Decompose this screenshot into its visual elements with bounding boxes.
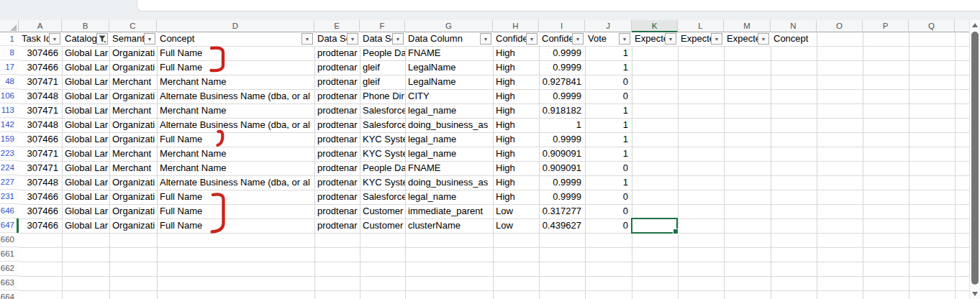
row-header-646[interactable]: 646 — [0, 204, 19, 218]
cell-G224[interactable]: FNAME — [405, 161, 493, 175]
cell-A17[interactable]: 307466 — [19, 60, 62, 75]
row-header-159[interactable]: 159 — [0, 132, 19, 147]
column-header-G[interactable]: G — [405, 20, 493, 32]
cell-B646[interactable]: Global Lar — [62, 204, 109, 218]
cell-B223[interactable]: Global Lar — [62, 147, 109, 161]
cell-J159[interactable]: 1 — [585, 132, 632, 147]
cell-E223[interactable]: prodtenar — [314, 147, 360, 161]
cell-I224[interactable]: 0.909091 — [539, 161, 585, 175]
scrollbar-thumb[interactable] — [971, 32, 979, 285]
column-header-A[interactable]: A — [19, 20, 62, 32]
cell-C48[interactable]: Merchant — [109, 75, 157, 89]
cell-E159[interactable]: prodtenar — [314, 132, 360, 147]
filter-button-G[interactable]: ▼ — [480, 33, 491, 45]
cell-F223[interactable]: KYC Syste — [360, 147, 405, 161]
cell-H8[interactable]: High — [493, 46, 539, 60]
table-header-E[interactable]: Data Sc▼ — [314, 32, 360, 46]
cell-B48[interactable]: Global Lar — [62, 75, 109, 89]
cell-G113[interactable]: legal_name — [405, 104, 493, 118]
cell-G231[interactable]: legal_name — [405, 190, 493, 204]
cell-D224[interactable]: Merchant Name — [157, 161, 314, 175]
table-header-L[interactable]: Expecte▼ — [678, 32, 724, 46]
cell-E646[interactable]: prodtenar — [314, 204, 360, 218]
cell-D48[interactable]: Merchant Name — [157, 75, 314, 89]
row-header-142[interactable]: 142 — [0, 118, 19, 132]
cell-F113[interactable]: Salesforce — [360, 104, 405, 118]
table-header-B[interactable]: Catalog — [62, 32, 109, 46]
cell-J231[interactable]: 0 — [585, 190, 632, 204]
cell-H142[interactable]: High — [493, 118, 539, 132]
cell-D231[interactable]: Full Name — [157, 190, 314, 204]
cell-G646[interactable]: immediate_parent — [405, 204, 493, 218]
cell-I8[interactable]: 0.9999 — [539, 46, 585, 60]
cell-A142[interactable]: 307448 — [19, 118, 62, 132]
cell-I223[interactable]: 0.909091 — [539, 147, 585, 161]
selected-cell-K647[interactable] — [631, 218, 678, 234]
cell-G647[interactable]: clusterName — [405, 218, 493, 233]
cell-J223[interactable]: 1 — [585, 147, 632, 161]
cell-I48[interactable]: 0.927841 — [539, 75, 585, 89]
cell-D106[interactable]: Alternate Business Name (dba, or al — [157, 89, 314, 104]
filter-button-L[interactable]: ▼ — [711, 33, 722, 45]
cell-B159[interactable]: Global Lar — [62, 132, 109, 147]
filter-button-J[interactable]: ▼ — [619, 33, 630, 45]
cell-C8[interactable]: Organizati — [109, 46, 157, 60]
cell-F17[interactable]: gleif — [360, 60, 405, 75]
cell-I646[interactable]: 0.317277 — [539, 204, 585, 218]
vertical-scrollbar[interactable] — [969, 20, 980, 299]
column-header-J[interactable]: J — [585, 20, 632, 32]
row-header-663[interactable]: 663 — [0, 276, 19, 290]
cell-J17[interactable]: 1 — [585, 60, 632, 75]
cell-D646[interactable]: Full Name — [157, 204, 314, 218]
filter-button-A[interactable]: ▼ — [49, 33, 60, 45]
cell-F159[interactable]: KYC Syste — [360, 132, 405, 147]
column-header-O[interactable]: O — [817, 20, 863, 32]
cell-I231[interactable]: 0.9999 — [539, 190, 585, 204]
cell-J48[interactable]: 0 — [585, 75, 632, 89]
column-header-B[interactable]: B — [62, 20, 109, 32]
cell-H646[interactable]: Low — [493, 204, 539, 218]
cell-H106[interactable]: High — [493, 89, 539, 104]
cell-C106[interactable]: Organizati — [109, 89, 157, 104]
cell-I17[interactable]: 0.9999 — [539, 60, 585, 75]
cell-J142[interactable]: 1 — [585, 118, 632, 132]
column-header-H[interactable]: H — [493, 20, 539, 32]
filter-button-H[interactable]: ▼ — [526, 33, 537, 45]
cell-E224[interactable]: prodtenar — [314, 161, 360, 175]
cell-E231[interactable]: prodtenar — [314, 190, 360, 204]
column-header-I[interactable]: I — [539, 20, 585, 32]
cell-C17[interactable]: Organizati — [109, 60, 157, 75]
filter-button-B[interactable] — [96, 33, 108, 45]
column-header-D[interactable]: D — [157, 20, 314, 32]
cell-F142[interactable]: Salesforce — [360, 118, 405, 132]
cell-C646[interactable]: Organizati — [109, 204, 157, 218]
scroll-up-arrow-icon[interactable] — [972, 23, 978, 27]
cell-B231[interactable]: Global Lar — [62, 190, 109, 204]
cell-A106[interactable]: 307448 — [19, 89, 62, 104]
cell-J647[interactable]: 0 — [585, 218, 632, 233]
cell-D227[interactable]: Alternate Business Name (dba, or al — [157, 175, 314, 190]
fill-handle[interactable] — [673, 229, 679, 234]
cell-F646[interactable]: Customer — [360, 204, 405, 218]
cell-H231[interactable]: High — [493, 190, 539, 204]
cell-C113[interactable]: Merchant — [109, 104, 157, 118]
row-header-223[interactable]: 223 — [0, 147, 19, 161]
cell-I106[interactable]: 0.9999 — [539, 89, 585, 104]
row-header-224[interactable]: 224 — [0, 161, 19, 175]
row-header-661[interactable]: 661 — [0, 247, 19, 262]
cell-H647[interactable]: Low — [493, 218, 539, 233]
table-header-N[interactable]: Concept — [771, 32, 817, 46]
scroll-down-arrow-icon[interactable] — [972, 292, 978, 296]
cell-H113[interactable]: High — [493, 104, 539, 118]
row-header-664[interactable]: 664 — [0, 290, 19, 299]
table-header-I[interactable]: Confide▼ — [539, 32, 585, 46]
cell-H223[interactable]: High — [493, 147, 539, 161]
column-header-E[interactable]: E — [314, 20, 360, 32]
cell-A223[interactable]: 307471 — [19, 147, 62, 161]
cell-J8[interactable]: 1 — [585, 46, 632, 60]
cell-I647[interactable]: 0.439627 — [539, 218, 585, 233]
column-header-P[interactable]: P — [863, 20, 909, 32]
filter-button-I[interactable]: ▼ — [572, 33, 584, 45]
table-header-F[interactable]: Data Se▼ — [360, 32, 405, 46]
cell-G223[interactable]: legal_name — [405, 147, 493, 161]
